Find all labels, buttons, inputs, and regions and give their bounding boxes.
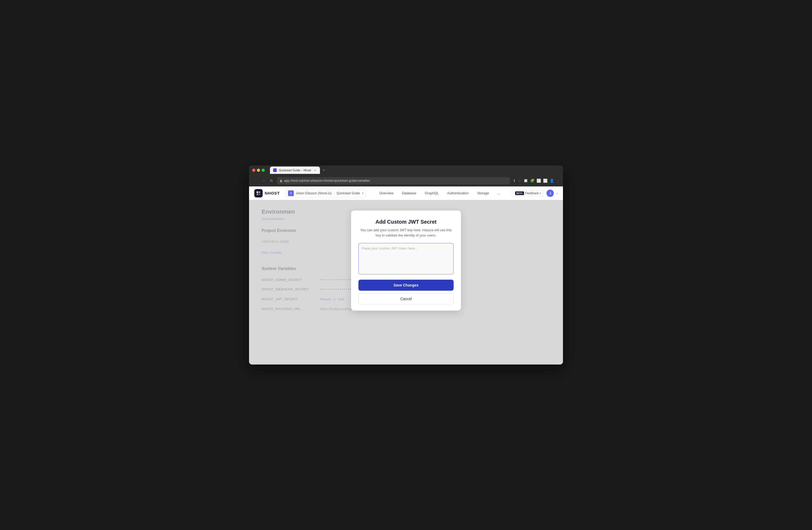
header-right: BETA Feedback ▾ J › xyxy=(512,190,558,197)
share-icon[interactable]: ⬆ xyxy=(513,179,516,183)
modal-title: Add Custom JWT Secret xyxy=(358,219,454,225)
bookmark-icon[interactable]: ☆ xyxy=(518,179,521,183)
tab-authentication[interactable]: Authentication xyxy=(444,190,472,197)
tab-more[interactable]: ... xyxy=(494,190,504,197)
traffic-lights xyxy=(252,169,265,172)
breadcrumb-separator: / xyxy=(334,192,334,195)
app-header: nhost J Johan Eliasson (Nhost.io) / Quic… xyxy=(249,186,563,200)
user-label: Johan Eliasson (Nhost.io) xyxy=(296,192,332,195)
feedback-button[interactable]: BETA Feedback ▾ xyxy=(512,190,544,196)
svg-rect-3 xyxy=(259,194,260,195)
tab-close-button[interactable]: ✕ xyxy=(313,168,317,172)
lock-icon: 🔒 xyxy=(279,179,282,182)
jwt-token-input[interactable] xyxy=(358,243,454,275)
extension-icon[interactable]: 🔲 xyxy=(523,179,528,183)
forward-button[interactable]: → xyxy=(261,178,266,184)
split-view-icon[interactable]: ⬜ xyxy=(543,179,548,183)
browser-titlebar: Quickstart Guide – Nhost ✕ + xyxy=(249,166,563,175)
modal-description: You can add your custom JWT key here. Ha… xyxy=(358,227,454,238)
tab-graphql[interactable]: GraphQL xyxy=(421,190,443,197)
tab-overview[interactable]: Overview xyxy=(376,190,397,197)
active-browser-tab[interactable]: Quickstart Guide – Nhost ✕ xyxy=(270,167,320,174)
svg-rect-2 xyxy=(257,194,258,195)
tab-storage[interactable]: Storage xyxy=(474,190,493,197)
new-tab-button[interactable]: + xyxy=(321,168,327,172)
nav-tabs: Overview Database GraphQL Authentication… xyxy=(376,190,507,197)
svg-rect-0 xyxy=(257,192,258,193)
browser-toolbar: ← → ↻ 🔒 app.nhost.io/johan-eliasson-nhos… xyxy=(249,175,563,186)
beta-badge: BETA xyxy=(515,192,524,195)
account-chevron-icon[interactable]: › xyxy=(556,191,558,195)
toolbar-actions: ⬆ ☆ 🔲 🧩 ⬜ ⬜ 👤 ⋮ xyxy=(513,179,560,183)
project-label: Quickstart Guide xyxy=(337,192,360,195)
maximize-traffic-light[interactable] xyxy=(262,169,265,172)
nhost-logo: nhost xyxy=(254,189,280,197)
sidebar-icon[interactable]: ⬜ xyxy=(537,179,541,183)
logo-icon xyxy=(254,189,263,197)
tab-favicon xyxy=(273,168,277,172)
modal-overlay: Add Custom JWT Secret You can add your c… xyxy=(249,200,563,364)
url-text: app.nhost.io/johan-eliasson-nhostio/quic… xyxy=(284,179,370,182)
page-background: Environmen Documentation Project Environ… xyxy=(249,200,563,364)
menu-icon[interactable]: ⋮ xyxy=(556,179,560,183)
project-avatar: J xyxy=(288,190,294,196)
cancel-button[interactable]: Cancel xyxy=(358,293,454,304)
tab-database[interactable]: Database xyxy=(398,190,420,197)
feedback-chevron-icon: ▾ xyxy=(540,192,541,195)
feedback-label: Feedback xyxy=(525,192,539,195)
modal-dialog: Add Custom JWT Secret You can add your c… xyxy=(351,211,461,310)
project-chevron-icon: ▾ xyxy=(362,192,363,195)
back-button[interactable]: ← xyxy=(252,178,258,184)
profile-icon[interactable]: 👤 xyxy=(550,179,554,183)
address-bar[interactable]: 🔒 app.nhost.io/johan-eliasson-nhostio/qu… xyxy=(277,177,510,184)
save-changes-button[interactable]: Save Changes xyxy=(358,280,454,291)
browser-window: Quickstart Guide – Nhost ✕ + ← → ↻ 🔒 app… xyxy=(249,166,563,364)
tab-title: Quickstart Guide – Nhost xyxy=(279,169,311,172)
svg-rect-1 xyxy=(259,192,260,193)
reload-button[interactable]: ↻ xyxy=(269,178,274,184)
extensions-puzzle-icon[interactable]: 🧩 xyxy=(530,179,534,183)
tab-bar: Quickstart Guide – Nhost ✕ + xyxy=(270,167,560,174)
project-selector[interactable]: J Johan Eliasson (Nhost.io) / Quickstart… xyxy=(285,189,366,197)
minimize-traffic-light[interactable] xyxy=(257,169,260,172)
close-traffic-light[interactable] xyxy=(252,169,255,172)
user-avatar[interactable]: J xyxy=(547,190,554,197)
app-content: nhost J Johan Eliasson (Nhost.io) / Quic… xyxy=(249,186,563,364)
logo-text: nhost xyxy=(265,191,280,195)
